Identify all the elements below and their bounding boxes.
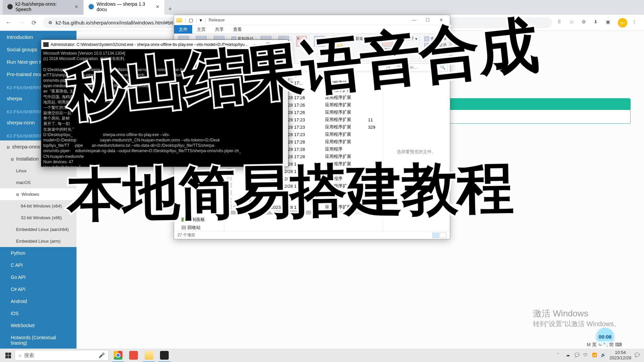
sidepanel-icon[interactable]: ▣ (606, 19, 613, 26)
onedrive-icon[interactable]: ☁ (566, 353, 571, 358)
new-folder-icon[interactable] (332, 36, 342, 47)
sidebar-item-windows[interactable]: ⊟Windows (0, 188, 76, 200)
properties-icon[interactable] (382, 36, 393, 47)
select-none-button[interactable]: 全部取消 (424, 42, 446, 48)
sidebar-item[interactable]: Android (0, 295, 76, 307)
sidebar-item[interactable]: Embedded Linux (aarch64) (0, 224, 76, 235)
taskbar-app-youdao[interactable] (126, 349, 141, 362)
ribbon-tab-home[interactable]: 主页 (192, 25, 210, 34)
taskbar-app-chrome[interactable] (111, 349, 125, 362)
maximize-button[interactable]: ☐ (262, 40, 274, 49)
sidebar-item[interactable]: C# API (0, 283, 76, 295)
network-icon[interactable]: 📶 (592, 353, 597, 358)
sidebar-item[interactable]: Go API (0, 271, 76, 283)
notifications-icon[interactable]: 💬 (635, 353, 640, 358)
delete-icon[interactable]: ✕ (296, 36, 307, 47)
start-button[interactable] (1, 349, 15, 362)
ime-indicator[interactable]: M 英 ⤿ ° , 简 ⌨ (585, 341, 624, 349)
view-details-button[interactable] (432, 233, 439, 238)
view-icons-button[interactable] (440, 233, 446, 238)
table-row[interactable]: 2023/应用程序 (224, 190, 383, 197)
select-all-button[interactable]: 全部选择 (424, 36, 446, 42)
chevron-up-icon[interactable]: ˄ (557, 353, 562, 358)
security-icon[interactable]: 🛡 (583, 353, 589, 358)
avatar[interactable]: yu (618, 18, 627, 27)
tab-github[interactable]: k2-fsa/sherpa-onnx: Speech ✕ (3, 0, 83, 15)
ribbon-tab-share[interactable]: 共享 (210, 25, 228, 34)
new-item-button[interactable]: 新建项目 ▾ (350, 36, 375, 42)
search-icon: ○ (18, 353, 21, 358)
tree-control-panel[interactable]: 控制面板 (175, 216, 223, 224)
cmd-output[interactable]: Microsoft Windows [Version 10.0.17134.13… (41, 49, 288, 167)
qat-dropdown-icon[interactable]: ▾ (200, 17, 202, 23)
volume-icon[interactable]: 🔊 (601, 353, 606, 358)
scrollbar[interactable] (283, 49, 288, 167)
back-button[interactable]: ← (5, 19, 12, 26)
close-icon[interactable]: ✕ (156, 4, 160, 9)
site-info-icon[interactable]: ⚙ (48, 20, 52, 25)
sidebar-item[interactable]: C API (0, 259, 76, 271)
folder-icon (176, 18, 182, 22)
invert-selection-button[interactable]: 反向选择 (424, 49, 446, 54)
reload-button[interactable]: ⟳ (30, 19, 38, 26)
rename-icon[interactable] (314, 36, 325, 47)
cmd-titlebar[interactable]: Administrator: C:\Windows\System32\cmd.e… (41, 40, 288, 49)
search-box[interactable]: 搜索"Rel… 🔍 (394, 63, 448, 71)
new-tab-button[interactable]: + (165, 4, 175, 15)
tab-docs[interactable]: Windows — sherpa 1.3 docu ✕ (84, 0, 164, 15)
translate-icon[interactable]: ⠿ (557, 19, 565, 26)
cmd-title-text: Administrator: C:\Windows\System32\cmd.e… (51, 42, 250, 47)
tab-title: Windows — sherpa 1.3 docu (97, 1, 153, 12)
ribbon-tab-file[interactable]: 文件 (174, 25, 192, 34)
table-row[interactable]: ucd.dll2023/12/28 17:26应用程序扩展 (224, 203, 383, 211)
chevron-down-icon[interactable]: ▾ (374, 63, 383, 71)
close-button[interactable]: ✕ (274, 40, 286, 49)
taskbar-search[interactable]: ○ 搜索 🎤 (15, 350, 109, 361)
preview-pane: 选择要预览的文件。 (383, 73, 450, 231)
file-icon (227, 190, 232, 195)
extensions-icon[interactable]: ⚙ (582, 19, 589, 26)
sidebar-item[interactable]: Embedded Linux (arm) (0, 235, 76, 247)
bookmark-icon[interactable]: ☆ (570, 19, 577, 26)
table-row[interactable]: 2023/12/28 17:28应用程序 (224, 175, 383, 182)
maximize-button[interactable]: ☐ (421, 15, 434, 25)
close-icon[interactable]: ✕ (74, 4, 78, 9)
table-row[interactable]: ne-asr.exe (224, 197, 383, 203)
refresh-button[interactable]: ⟳ (384, 63, 393, 71)
table-row[interactable]: 2023/12/28 17:28应用程序 (224, 168, 383, 175)
system-tray[interactable]: ˄ ☁ 💬 🛡 📶 🔊 10:54 2023/12/29 💬 (557, 350, 643, 360)
ribbon-tab-view[interactable]: 查看 (228, 25, 247, 34)
close-button[interactable]: ✕ (434, 15, 448, 25)
chevron-up-icon[interactable]: ˄ (440, 26, 442, 32)
tab-title: k2-fsa/sherpa-onnx: Speech (15, 1, 72, 12)
minimize-button[interactable]: — (408, 15, 421, 25)
explorer-titlebar[interactable]: |▢|▾| Release — ☐ ✕ (174, 15, 450, 25)
scroll-right-icon[interactable]: ▸ (379, 210, 381, 215)
sidebar-item[interactable]: macOS (0, 177, 76, 188)
taskbar-clock[interactable]: 10:54 2023/12/29 (609, 350, 631, 360)
forward-button[interactable]: → (17, 19, 25, 26)
sidebar-item[interactable]: 32-bit Windows (x86) (0, 212, 76, 224)
explorer-status-bar: 27 个项目 (174, 231, 450, 239)
taskbar-app-explorer[interactable] (142, 349, 156, 362)
sidebar-item[interactable]: iOS (0, 307, 76, 319)
cmd-window[interactable]: Administrator: C:\Windows\System32\cmd.e… (41, 40, 288, 167)
sidebar-item[interactable]: Python (0, 247, 76, 259)
scroll-left-icon[interactable]: ◂ (226, 210, 228, 215)
tree-recycle-bin[interactable]: 回收站 (175, 224, 223, 231)
help-icon[interactable]: ? (444, 26, 446, 32)
sidebar-item[interactable]: Hotwords (Contextual biasing) (0, 331, 76, 349)
search-icon[interactable]: 🔍 (440, 65, 445, 70)
taskbar-app-cmd[interactable] (157, 349, 172, 362)
file-icon (227, 198, 232, 203)
wechat-icon[interactable]: 💬 (575, 353, 580, 358)
sidebar-item[interactable]: 64-bit Windows (x64) (0, 200, 76, 212)
download-icon[interactable]: ⬇ (594, 19, 601, 26)
minimize-button[interactable]: — (250, 40, 262, 49)
qat-icon[interactable]: ▢ (189, 17, 193, 23)
open-button[interactable]: 打开 ▾ (400, 36, 417, 42)
sidebar-item[interactable]: WebSocket (0, 319, 76, 331)
table-row[interactable]: 2023/12/28 17:28应用程序扩展 (224, 182, 383, 190)
mic-icon[interactable]: 🎤 (99, 352, 105, 358)
menu-icon[interactable]: ⋮ (632, 19, 639, 26)
